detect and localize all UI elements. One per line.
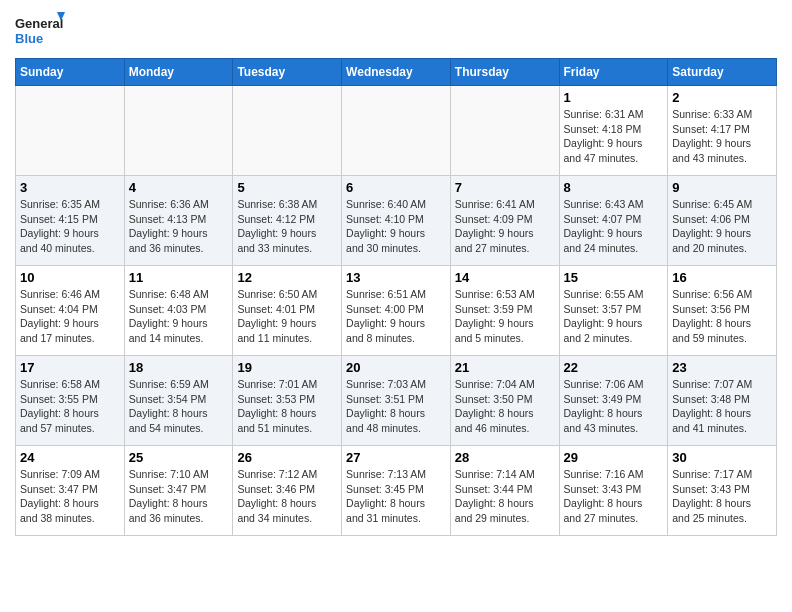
calendar-cell: 30Sunrise: 7:17 AM Sunset: 3:43 PM Dayli… xyxy=(668,446,777,536)
calendar-cell: 19Sunrise: 7:01 AM Sunset: 3:53 PM Dayli… xyxy=(233,356,342,446)
day-number: 1 xyxy=(564,90,664,105)
day-number: 10 xyxy=(20,270,120,285)
week-row-1: 1Sunrise: 6:31 AM Sunset: 4:18 PM Daylig… xyxy=(16,86,777,176)
day-info: Sunrise: 6:48 AM Sunset: 4:03 PM Dayligh… xyxy=(129,287,229,346)
day-number: 21 xyxy=(455,360,555,375)
day-info: Sunrise: 6:33 AM Sunset: 4:17 PM Dayligh… xyxy=(672,107,772,166)
header-saturday: Saturday xyxy=(668,59,777,86)
day-number: 3 xyxy=(20,180,120,195)
calendar-cell: 2Sunrise: 6:33 AM Sunset: 4:17 PM Daylig… xyxy=(668,86,777,176)
day-info: Sunrise: 7:01 AM Sunset: 3:53 PM Dayligh… xyxy=(237,377,337,436)
day-number: 24 xyxy=(20,450,120,465)
day-number: 23 xyxy=(672,360,772,375)
calendar-cell: 26Sunrise: 7:12 AM Sunset: 3:46 PM Dayli… xyxy=(233,446,342,536)
calendar-cell: 21Sunrise: 7:04 AM Sunset: 3:50 PM Dayli… xyxy=(450,356,559,446)
day-number: 28 xyxy=(455,450,555,465)
day-info: Sunrise: 6:35 AM Sunset: 4:15 PM Dayligh… xyxy=(20,197,120,256)
day-info: Sunrise: 7:12 AM Sunset: 3:46 PM Dayligh… xyxy=(237,467,337,526)
day-info: Sunrise: 6:56 AM Sunset: 3:56 PM Dayligh… xyxy=(672,287,772,346)
calendar-cell: 17Sunrise: 6:58 AM Sunset: 3:55 PM Dayli… xyxy=(16,356,125,446)
day-info: Sunrise: 6:53 AM Sunset: 3:59 PM Dayligh… xyxy=(455,287,555,346)
week-row-4: 17Sunrise: 6:58 AM Sunset: 3:55 PM Dayli… xyxy=(16,356,777,446)
day-number: 22 xyxy=(564,360,664,375)
day-info: Sunrise: 6:43 AM Sunset: 4:07 PM Dayligh… xyxy=(564,197,664,256)
day-number: 12 xyxy=(237,270,337,285)
day-info: Sunrise: 7:03 AM Sunset: 3:51 PM Dayligh… xyxy=(346,377,446,436)
calendar-cell xyxy=(233,86,342,176)
day-info: Sunrise: 7:17 AM Sunset: 3:43 PM Dayligh… xyxy=(672,467,772,526)
day-number: 5 xyxy=(237,180,337,195)
header-thursday: Thursday xyxy=(450,59,559,86)
page-header: General Blue xyxy=(15,10,777,50)
day-number: 30 xyxy=(672,450,772,465)
calendar-cell xyxy=(124,86,233,176)
calendar-cell: 12Sunrise: 6:50 AM Sunset: 4:01 PM Dayli… xyxy=(233,266,342,356)
day-number: 26 xyxy=(237,450,337,465)
calendar-cell: 5Sunrise: 6:38 AM Sunset: 4:12 PM Daylig… xyxy=(233,176,342,266)
day-info: Sunrise: 6:58 AM Sunset: 3:55 PM Dayligh… xyxy=(20,377,120,436)
calendar-cell: 24Sunrise: 7:09 AM Sunset: 3:47 PM Dayli… xyxy=(16,446,125,536)
day-number: 29 xyxy=(564,450,664,465)
calendar-cell: 13Sunrise: 6:51 AM Sunset: 4:00 PM Dayli… xyxy=(342,266,451,356)
calendar-cell: 25Sunrise: 7:10 AM Sunset: 3:47 PM Dayli… xyxy=(124,446,233,536)
day-info: Sunrise: 6:31 AM Sunset: 4:18 PM Dayligh… xyxy=(564,107,664,166)
header-monday: Monday xyxy=(124,59,233,86)
day-info: Sunrise: 6:45 AM Sunset: 4:06 PM Dayligh… xyxy=(672,197,772,256)
day-number: 8 xyxy=(564,180,664,195)
calendar-cell: 22Sunrise: 7:06 AM Sunset: 3:49 PM Dayli… xyxy=(559,356,668,446)
logo-svg: General Blue xyxy=(15,10,65,50)
day-number: 19 xyxy=(237,360,337,375)
header-sunday: Sunday xyxy=(16,59,125,86)
day-info: Sunrise: 6:50 AM Sunset: 4:01 PM Dayligh… xyxy=(237,287,337,346)
calendar-cell: 11Sunrise: 6:48 AM Sunset: 4:03 PM Dayli… xyxy=(124,266,233,356)
calendar-cell: 9Sunrise: 6:45 AM Sunset: 4:06 PM Daylig… xyxy=(668,176,777,266)
day-info: Sunrise: 7:14 AM Sunset: 3:44 PM Dayligh… xyxy=(455,467,555,526)
day-number: 18 xyxy=(129,360,229,375)
calendar-cell xyxy=(16,86,125,176)
week-row-5: 24Sunrise: 7:09 AM Sunset: 3:47 PM Dayli… xyxy=(16,446,777,536)
calendar-table: SundayMondayTuesdayWednesdayThursdayFrid… xyxy=(15,58,777,536)
day-info: Sunrise: 6:40 AM Sunset: 4:10 PM Dayligh… xyxy=(346,197,446,256)
calendar-cell: 4Sunrise: 6:36 AM Sunset: 4:13 PM Daylig… xyxy=(124,176,233,266)
calendar-cell: 1Sunrise: 6:31 AM Sunset: 4:18 PM Daylig… xyxy=(559,86,668,176)
week-row-3: 10Sunrise: 6:46 AM Sunset: 4:04 PM Dayli… xyxy=(16,266,777,356)
calendar-cell: 28Sunrise: 7:14 AM Sunset: 3:44 PM Dayli… xyxy=(450,446,559,536)
svg-text:Blue: Blue xyxy=(15,31,43,46)
day-info: Sunrise: 6:38 AM Sunset: 4:12 PM Dayligh… xyxy=(237,197,337,256)
header-wednesday: Wednesday xyxy=(342,59,451,86)
day-number: 25 xyxy=(129,450,229,465)
day-info: Sunrise: 6:59 AM Sunset: 3:54 PM Dayligh… xyxy=(129,377,229,436)
day-number: 6 xyxy=(346,180,446,195)
calendar-cell: 27Sunrise: 7:13 AM Sunset: 3:45 PM Dayli… xyxy=(342,446,451,536)
day-number: 27 xyxy=(346,450,446,465)
day-info: Sunrise: 7:06 AM Sunset: 3:49 PM Dayligh… xyxy=(564,377,664,436)
day-number: 7 xyxy=(455,180,555,195)
day-info: Sunrise: 6:41 AM Sunset: 4:09 PM Dayligh… xyxy=(455,197,555,256)
calendar-cell: 3Sunrise: 6:35 AM Sunset: 4:15 PM Daylig… xyxy=(16,176,125,266)
calendar-cell: 29Sunrise: 7:16 AM Sunset: 3:43 PM Dayli… xyxy=(559,446,668,536)
calendar-cell: 23Sunrise: 7:07 AM Sunset: 3:48 PM Dayli… xyxy=(668,356,777,446)
calendar-header-row: SundayMondayTuesdayWednesdayThursdayFrid… xyxy=(16,59,777,86)
day-info: Sunrise: 7:09 AM Sunset: 3:47 PM Dayligh… xyxy=(20,467,120,526)
day-info: Sunrise: 7:13 AM Sunset: 3:45 PM Dayligh… xyxy=(346,467,446,526)
day-info: Sunrise: 7:10 AM Sunset: 3:47 PM Dayligh… xyxy=(129,467,229,526)
day-number: 16 xyxy=(672,270,772,285)
calendar-cell: 16Sunrise: 6:56 AM Sunset: 3:56 PM Dayli… xyxy=(668,266,777,356)
svg-text:General: General xyxy=(15,16,63,31)
calendar-cell: 18Sunrise: 6:59 AM Sunset: 3:54 PM Dayli… xyxy=(124,356,233,446)
day-number: 2 xyxy=(672,90,772,105)
day-number: 17 xyxy=(20,360,120,375)
calendar-cell: 15Sunrise: 6:55 AM Sunset: 3:57 PM Dayli… xyxy=(559,266,668,356)
logo: General Blue xyxy=(15,10,65,50)
day-number: 14 xyxy=(455,270,555,285)
day-info: Sunrise: 6:51 AM Sunset: 4:00 PM Dayligh… xyxy=(346,287,446,346)
day-number: 4 xyxy=(129,180,229,195)
header-friday: Friday xyxy=(559,59,668,86)
calendar-cell: 20Sunrise: 7:03 AM Sunset: 3:51 PM Dayli… xyxy=(342,356,451,446)
day-info: Sunrise: 7:16 AM Sunset: 3:43 PM Dayligh… xyxy=(564,467,664,526)
day-number: 20 xyxy=(346,360,446,375)
calendar-cell: 8Sunrise: 6:43 AM Sunset: 4:07 PM Daylig… xyxy=(559,176,668,266)
day-number: 11 xyxy=(129,270,229,285)
calendar-cell xyxy=(450,86,559,176)
header-tuesday: Tuesday xyxy=(233,59,342,86)
